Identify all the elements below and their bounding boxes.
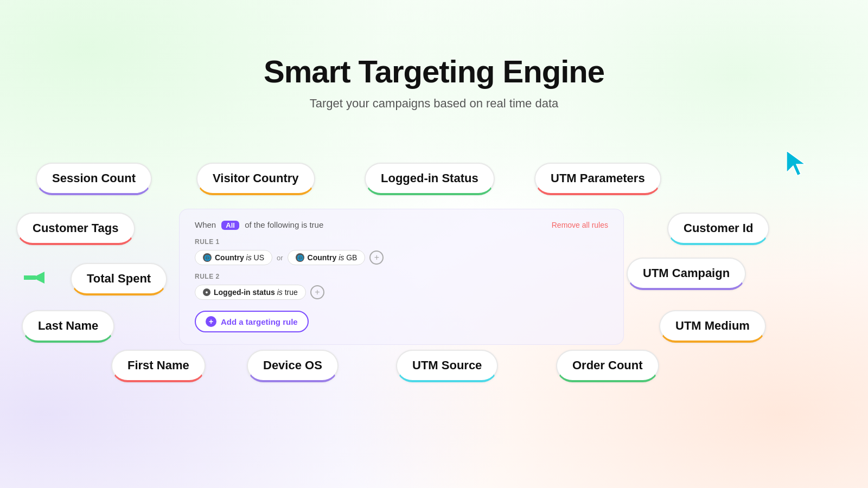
- pill-visitor-country[interactable]: Visitor Country: [196, 163, 315, 195]
- rule-1-label: RULE 1: [195, 238, 608, 246]
- pill-utm-campaign[interactable]: UTM Campaign: [627, 258, 746, 290]
- condition-country-us[interactable]: 🌐 Country is US: [195, 250, 272, 265]
- pill-customer-id[interactable]: Customer Id: [667, 213, 769, 245]
- plus-circle-icon: +: [206, 316, 216, 327]
- rule-2-conditions: ● Logged-in status is true +: [195, 285, 608, 300]
- page-header: Smart Targeting Engine Target your campa…: [0, 0, 868, 127]
- rule-1-conditions: 🌐 Country is US or 🌐 Country is GB +: [195, 250, 608, 265]
- rule-panel: When All of the following is true Remove…: [179, 209, 624, 345]
- pill-order-count[interactable]: Order Count: [556, 350, 659, 382]
- condition-or-1: or: [277, 254, 283, 262]
- pill-total-spent[interactable]: Total Spent: [71, 263, 167, 296]
- pill-utm-source[interactable]: UTM Source: [396, 350, 498, 382]
- pill-utm-medium[interactable]: UTM Medium: [659, 310, 766, 343]
- add-targeting-rule-button[interactable]: + Add a targeting rule: [195, 311, 309, 332]
- of-following-text: of the following is true: [245, 220, 323, 229]
- pill-customer-tags[interactable]: Customer Tags: [16, 213, 135, 245]
- pill-first-name[interactable]: First Name: [111, 350, 206, 382]
- pill-last-name[interactable]: Last Name: [22, 310, 114, 343]
- add-condition-2-button[interactable]: +: [310, 285, 324, 299]
- globe-icon-2: 🌐: [296, 253, 304, 262]
- rule-panel-header: When All of the following is true Remove…: [195, 220, 608, 229]
- when-text: When: [195, 220, 216, 229]
- condition-country-gb[interactable]: 🌐 Country is GB: [288, 250, 366, 265]
- svg-rect-1: [24, 275, 36, 280]
- page-title: Smart Targeting Engine: [0, 54, 868, 89]
- all-badge[interactable]: All: [221, 221, 239, 230]
- dot-icon-1: ●: [203, 288, 210, 296]
- green-arrow-icon: [24, 267, 44, 293]
- pill-logged-in-status[interactable]: Logged-in Status: [365, 163, 495, 195]
- rule-1-section: RULE 1 🌐 Country is US or 🌐 Country is G…: [195, 238, 608, 265]
- remove-all-button[interactable]: Remove all rules: [552, 221, 608, 229]
- when-clause: When All of the following is true: [195, 220, 323, 229]
- add-rule-label: Add a targeting rule: [221, 317, 298, 326]
- page-subtitle: Target your campaigns based on real time…: [0, 97, 868, 111]
- pill-session-count[interactable]: Session Count: [36, 163, 152, 195]
- pill-device-os[interactable]: Device OS: [247, 350, 339, 382]
- condition-logged-in[interactable]: ● Logged-in status is true: [195, 285, 306, 300]
- rule-2-label: RULE 2: [195, 273, 608, 280]
- svg-marker-2: [787, 151, 805, 176]
- rule-2-section: RULE 2 ● Logged-in status is true +: [195, 273, 608, 300]
- pill-utm-parameters[interactable]: UTM Parameters: [534, 163, 661, 195]
- globe-icon-1: 🌐: [203, 253, 212, 262]
- add-condition-1-button[interactable]: +: [369, 251, 384, 265]
